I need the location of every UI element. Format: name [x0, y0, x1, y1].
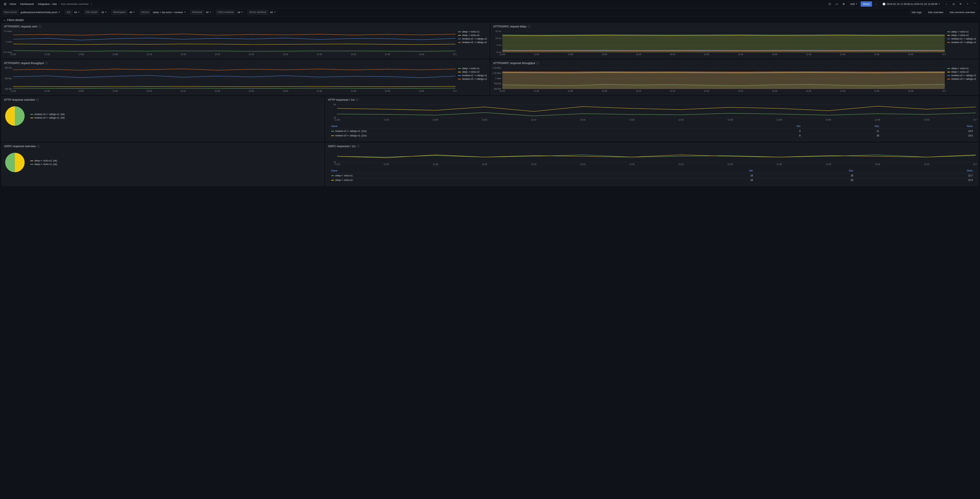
- panels-container: HTTP/GRPC requests senti 0.5 req/s1 req/…: [0, 23, 980, 188]
- breadcrumb-dashboards[interactable]: Dashboards: [20, 3, 34, 5]
- breadcrumb-integration[interactable]: Integration - Istio: [38, 3, 57, 5]
- svg-text:12:05: 12:05: [113, 90, 118, 92]
- svg-text:12:50: 12:50: [419, 90, 424, 92]
- svg-text:12:20: 12:20: [215, 90, 220, 92]
- legend-item[interactable]: reviews-v3 -> ratings-v1: [458, 78, 487, 80]
- chevron-down-icon: [274, 12, 275, 13]
- breadcrumb-home[interactable]: Home: [10, 3, 16, 5]
- job-select[interactable]: All: [72, 10, 82, 15]
- info-icon[interactable]: i: [38, 25, 41, 28]
- svg-text:11:55: 11:55: [383, 163, 389, 165]
- service-select[interactable]: sleep + tcp-echo + reviews: [151, 10, 188, 15]
- info-icon[interactable]: i: [357, 145, 360, 148]
- chevron-down-icon: [105, 12, 107, 13]
- chart[interactable]: 204011:5011:5512:0012:0512:1012:1512:201…: [327, 104, 977, 121]
- legend-item[interactable]: sleep -> echo-v2: [947, 34, 977, 37]
- legend-item[interactable]: sleep <- echo-v2: (ok): [30, 159, 60, 162]
- svg-text:12:55: 12:55: [973, 163, 977, 165]
- section-header[interactable]: ⌄ Client details: [0, 16, 980, 23]
- chart[interactable]: 100 B/s200 B/s300 B/s11:5011:5512:0012:0…: [3, 67, 457, 92]
- k8s-cluster-select[interactable]: All: [99, 10, 109, 15]
- chevron-down-icon: [210, 12, 211, 13]
- legend-item[interactable]: sleep -> echo-v1: [458, 67, 487, 70]
- star-icon[interactable]: ☆: [90, 3, 92, 5]
- time-range-picker[interactable]: 🕘 2024-01-24 11:50:00 to 2024-01-24 12:5…: [880, 2, 943, 7]
- svg-text:1.25 kB/s: 1.25 kB/s: [493, 72, 501, 74]
- istio-services-link[interactable]: Istio services overview: [947, 10, 978, 15]
- svg-text:11:55: 11:55: [534, 53, 539, 56]
- table-row[interactable]: reviews-v3 <- ratings-v1: (2xx)82615.0: [330, 133, 974, 138]
- col-min[interactable]: Min: [730, 124, 802, 129]
- legend-item[interactable]: reviews-v3 <- ratings-v1: (ok): [30, 116, 65, 119]
- info-icon[interactable]: ⓘ: [827, 1, 833, 7]
- svg-text:12:05: 12:05: [482, 163, 487, 165]
- col-name[interactable]: Name: [330, 124, 730, 129]
- info-icon[interactable]: i: [37, 145, 40, 148]
- gear-icon[interactable]: ⚙: [841, 1, 847, 7]
- svg-text:12:30: 12:30: [727, 119, 733, 121]
- legend-item[interactable]: reviews-v3 -> ratings-v1: [947, 41, 977, 44]
- info-icon[interactable]: i: [45, 62, 48, 65]
- donut-chart[interactable]: [4, 105, 25, 127]
- svg-text:12:15: 12:15: [580, 163, 585, 165]
- istio-overview-link[interactable]: Istio overview: [925, 10, 946, 15]
- legend-item[interactable]: reviews-v2 <- ratings-v1: [947, 74, 977, 77]
- donut-chart[interactable]: [4, 152, 25, 173]
- zoom-out-button[interactable]: ⊖: [951, 1, 956, 7]
- svg-text:11:50: 11:50: [500, 53, 505, 56]
- clock-icon: 🕘: [882, 3, 886, 5]
- legend-item[interactable]: reviews-v3 <- ratings-v1: [947, 78, 977, 80]
- col-mean[interactable]: Mean: [881, 124, 974, 129]
- client-workload-select[interactable]: All: [235, 10, 245, 15]
- tv-icon[interactable]: ▭: [834, 1, 840, 7]
- chart[interactable]: 0 ms5 ms10 ms15 ms11:5011:5512:0012:0512…: [493, 30, 946, 56]
- chart[interactable]: 2011:5011:5512:0012:0512:1012:1512:2012:…: [327, 150, 977, 166]
- chart[interactable]: 0.5 req/s1 req/s1.5 req/s11:5011:5512:00…: [3, 30, 457, 56]
- istio-logs-link[interactable]: Istio logs: [909, 10, 924, 15]
- legend-item[interactable]: sleep <- echo-v1: [947, 67, 977, 70]
- legend-item[interactable]: reviews-v2 -> ratings-v1: [458, 37, 487, 40]
- refresh-button[interactable]: ⟳: [958, 1, 964, 7]
- col-min[interactable]: Min: [663, 168, 755, 173]
- info-icon[interactable]: i: [36, 99, 39, 101]
- service-label: Service: [139, 10, 151, 15]
- info-icon[interactable]: i: [356, 99, 359, 101]
- namespace-select[interactable]: All: [127, 10, 137, 15]
- add-button[interactable]: Add: [848, 2, 859, 7]
- svg-text:12:35: 12:35: [776, 119, 782, 121]
- hamburger-icon: [3, 2, 7, 6]
- collapse-button[interactable]: ⌃: [972, 1, 978, 7]
- chart[interactable]: 500 B/s750 B/s1 kB/s1.25 kB/s1.50 kB/s11…: [493, 67, 946, 92]
- table-row[interactable]: reviews-v2 <- ratings-v1: (2xx)92115.0: [330, 129, 974, 133]
- legend-item[interactable]: reviews-v3 -> ratings-v1: [458, 41, 487, 44]
- workload-select[interactable]: All: [204, 10, 213, 15]
- server-workload-select[interactable]: All: [268, 10, 278, 15]
- svg-text:1 kB/s: 1 kB/s: [495, 77, 501, 79]
- swatch: [30, 164, 33, 165]
- col-mean[interactable]: Mean: [855, 168, 974, 173]
- next-time-button[interactable]: ›: [943, 1, 950, 7]
- data-source-select[interactable]: grafanacloud-keithschmitty-prom: [18, 10, 62, 15]
- legend-item[interactable]: sleep -> echo-v1: [947, 30, 977, 33]
- col-max[interactable]: Max: [802, 124, 881, 129]
- legend-item[interactable]: sleep -> echo-v2: [458, 34, 487, 37]
- refresh-interval-button[interactable]: [965, 1, 970, 7]
- info-icon[interactable]: i: [536, 62, 539, 65]
- legend-item[interactable]: sleep -> echo-v2: [458, 71, 487, 73]
- share-button[interactable]: Share: [861, 2, 872, 7]
- legend-item[interactable]: reviews-v2 -> ratings-v1: [458, 74, 487, 77]
- table-row[interactable]: sleep <- echo-v1:162822.7: [330, 173, 974, 178]
- legend-item[interactable]: sleep -> echo-v1: [458, 30, 487, 33]
- prev-time-button[interactable]: ‹: [873, 1, 879, 7]
- svg-text:12:35: 12:35: [317, 53, 322, 56]
- col-max[interactable]: Max: [755, 168, 855, 173]
- info-icon[interactable]: i: [528, 25, 530, 28]
- legend-item[interactable]: sleep <- echo-v2: [947, 71, 977, 73]
- chevron-down-icon: [967, 3, 969, 5]
- col-name[interactable]: Name: [330, 168, 663, 173]
- legend-item[interactable]: reviews-v2 <- ratings-v1: (ok): [30, 113, 65, 116]
- table-row[interactable]: sleep <- echo-v2:163022.9: [330, 178, 974, 183]
- legend-item[interactable]: reviews-v2 -> ratings-v1: [947, 37, 977, 40]
- hamburger-menu[interactable]: [2, 2, 8, 7]
- legend-item[interactable]: sleep <- echo-v1: (ok): [30, 163, 60, 165]
